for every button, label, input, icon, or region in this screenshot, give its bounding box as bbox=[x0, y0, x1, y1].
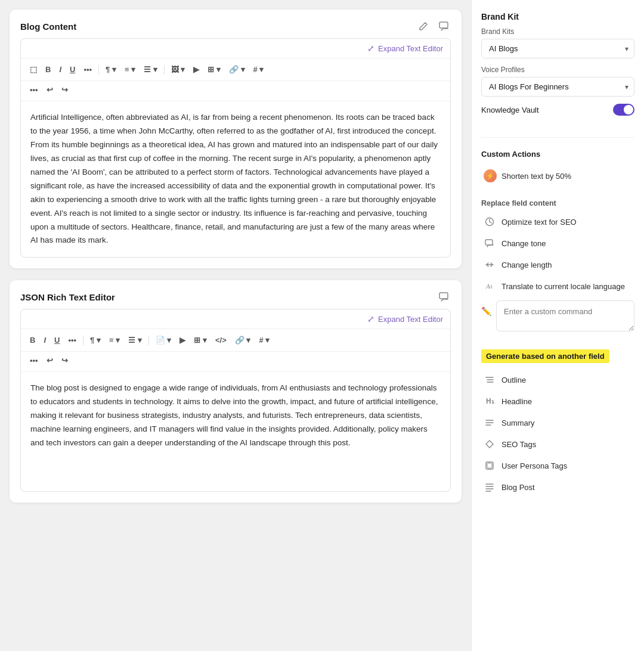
jtb-italic[interactable]: I bbox=[41, 334, 49, 346]
jtb-paragraph[interactable]: ¶ ▾ bbox=[87, 334, 104, 346]
action-outline[interactable]: Outline bbox=[481, 369, 634, 390]
tb-align[interactable]: ≡ ▾ bbox=[122, 63, 138, 76]
replace-field-section: Replace field content Optimize text for … bbox=[481, 197, 634, 335]
change-tone-icon bbox=[484, 237, 496, 249]
tb-table[interactable]: ⊞ ▾ bbox=[205, 63, 224, 76]
knowledge-vault-label: Knowledge Vault bbox=[481, 106, 539, 114]
action-translate[interactable]: A A Translate to current locale language bbox=[481, 275, 634, 297]
tb-italic[interactable]: I bbox=[56, 63, 64, 76]
user-persona-tags-label: User Persona Tags bbox=[501, 461, 567, 470]
tb-undo[interactable]: ↩ bbox=[44, 83, 56, 96]
action-blog-post[interactable]: Blog Post bbox=[481, 476, 634, 498]
generate-field-title: Generate based on another field bbox=[481, 349, 609, 363]
voice-profiles-select[interactable]: AI Blogs For Beginners Professional Casu… bbox=[481, 77, 634, 97]
expand-arrow-icon: ⤢ bbox=[367, 44, 374, 53]
tb-embed[interactable]: ⬚ bbox=[27, 63, 40, 76]
action-change-tone[interactable]: Change tone bbox=[481, 232, 634, 254]
summary-label: Summary bbox=[501, 418, 535, 427]
tb-image[interactable]: 🖼 ▾ bbox=[168, 63, 188, 76]
json-toolbar: B I U ••• ¶ ▾ ≡ ▾ ☰ ▾ 📄 ▾ ▶ ⊞ ▾ </> 🔗 ▾ … bbox=[21, 329, 450, 352]
jtb-hash[interactable]: # ▾ bbox=[256, 334, 273, 346]
blog-card-comment-icon[interactable] bbox=[436, 20, 451, 32]
brand-kits-label: Brand Kits bbox=[481, 27, 634, 36]
blog-toolbar-row2: ••• ↩ ↪ bbox=[21, 81, 450, 101]
knowledge-vault-toggle[interactable] bbox=[613, 104, 634, 116]
jtb-table[interactable]: ⊞ ▾ bbox=[191, 334, 210, 346]
custom-command-input[interactable] bbox=[496, 300, 634, 331]
jtb-bold[interactable]: B bbox=[27, 334, 38, 346]
change-length-label: Change length bbox=[501, 261, 552, 269]
jtb-more[interactable]: ••• bbox=[65, 334, 79, 346]
tb-video[interactable]: ▶ bbox=[190, 63, 202, 76]
blog-card-edit-icon[interactable] bbox=[416, 20, 431, 32]
action-headline[interactable]: H₁ Headline bbox=[481, 390, 634, 412]
knowledge-vault-row: Knowledge Vault bbox=[481, 104, 634, 116]
jtb-link[interactable]: 🔗 ▾ bbox=[232, 334, 254, 346]
brand-kits-wrapper: AI Blogs Tech Blog Marketing ▾ bbox=[481, 39, 634, 58]
brand-kit-title: Brand Kit bbox=[481, 12, 634, 21]
blog-editor-content[interactable]: Artificial Intelligence, often abbreviat… bbox=[21, 101, 450, 257]
jtb-underline[interactable]: U bbox=[51, 334, 63, 346]
blog-editor-inner: ⤢ Expand Text Editor ⬚ B I U ••• ¶ ▾ ≡ ▾… bbox=[20, 38, 451, 258]
translate-icon: A A bbox=[484, 280, 496, 292]
action-optimize-seo[interactable]: Optimize text for SEO bbox=[481, 211, 634, 232]
jtb-align[interactable]: ≡ ▾ bbox=[106, 334, 123, 346]
blog-content-card: Blog Content ⤢ Expan bbox=[10, 10, 462, 268]
json-editor-inner: ⤢ Expand Text Editor B I U ••• ¶ ▾ ≡ ▾ ☰… bbox=[20, 309, 451, 492]
tb-more[interactable]: ••• bbox=[80, 63, 95, 76]
tb-underline[interactable]: U bbox=[67, 63, 78, 76]
action-summary[interactable]: Summary bbox=[481, 412, 634, 433]
action-change-length[interactable]: Change length bbox=[481, 254, 634, 275]
svg-text:H₁: H₁ bbox=[486, 397, 494, 405]
headline-icon: H₁ bbox=[484, 395, 496, 407]
optimize-seo-icon bbox=[484, 216, 496, 228]
blog-card-title: Blog Content bbox=[20, 21, 76, 32]
jtb-redo[interactable]: ↪ bbox=[58, 354, 71, 367]
jtb-list[interactable]: ☰ ▾ bbox=[125, 334, 145, 346]
json-card-header: JSON Rich Text Editor bbox=[20, 291, 451, 303]
generate-field-section: Generate based on another field Outline … bbox=[481, 345, 634, 498]
tb-more2[interactable]: ••• bbox=[27, 83, 41, 96]
json-expand-label: Expand Text Editor bbox=[378, 315, 443, 324]
jtb-video[interactable]: ▶ bbox=[177, 334, 188, 346]
voice-profiles-label: Voice Profiles bbox=[481, 66, 634, 74]
blog-expand-bar: ⤢ Expand Text Editor bbox=[21, 39, 450, 58]
json-editor-content[interactable]: The blog post is designed to engage a wi… bbox=[21, 372, 450, 491]
svg-rect-3 bbox=[485, 240, 493, 245]
json-expand-link[interactable]: ⤢ Expand Text Editor bbox=[367, 314, 443, 324]
outline-icon bbox=[484, 374, 496, 386]
jtb-undo[interactable]: ↩ bbox=[44, 354, 56, 367]
json-card-comment-icon[interactable] bbox=[436, 291, 451, 303]
json-card-title: JSON Rich Text Editor bbox=[20, 292, 115, 302]
optimize-seo-label: Optimize text for SEO bbox=[501, 218, 577, 227]
tb-paragraph[interactable]: ¶ ▾ bbox=[103, 63, 119, 76]
brand-kits-select[interactable]: AI Blogs Tech Blog Marketing bbox=[481, 39, 634, 58]
jtb-sep1 bbox=[83, 336, 83, 345]
jtb-more2[interactable]: ••• bbox=[27, 354, 41, 367]
svg-rect-0 bbox=[439, 22, 448, 28]
action-seo-tags[interactable]: SEO Tags bbox=[481, 433, 634, 455]
shorten-button[interactable]: ⚡ Shorten text by 50% bbox=[481, 165, 634, 187]
change-length-icon bbox=[484, 259, 496, 271]
tb-redo[interactable]: ↪ bbox=[58, 83, 71, 96]
headline-label: Headline bbox=[501, 397, 532, 406]
action-user-persona-tags[interactable]: User Persona Tags bbox=[481, 455, 634, 476]
brand-kit-section: Brand Kit Brand Kits AI Blogs Tech Blog … bbox=[481, 12, 634, 125]
blog-expand-link[interactable]: ⤢ Expand Text Editor bbox=[367, 44, 443, 53]
jtb-code[interactable]: </> bbox=[212, 334, 230, 346]
custom-actions-title: Custom Actions bbox=[481, 150, 634, 159]
json-expand-bar: ⤢ Expand Text Editor bbox=[21, 309, 450, 329]
seo-tags-label: SEO Tags bbox=[501, 440, 536, 449]
replace-field-title: Replace field content bbox=[481, 199, 634, 207]
blog-toolbar: ⬚ B I U ••• ¶ ▾ ≡ ▾ ☰ ▾ 🖼 ▾ ▶ ⊞ ▾ 🔗 ▾ # … bbox=[21, 58, 450, 81]
blog-post-icon bbox=[484, 481, 496, 493]
jtb-doc[interactable]: 📄 ▾ bbox=[153, 334, 175, 346]
tb-link[interactable]: 🔗 ▾ bbox=[226, 63, 248, 76]
tb-list[interactable]: ☰ ▾ bbox=[141, 63, 160, 76]
svg-rect-14 bbox=[487, 463, 492, 468]
voice-profiles-wrapper: AI Blogs For Beginners Professional Casu… bbox=[481, 77, 634, 97]
tb-hash[interactable]: # ▾ bbox=[250, 63, 267, 76]
blog-card-header: Blog Content bbox=[20, 20, 451, 32]
tb-bold[interactable]: B bbox=[42, 63, 54, 76]
json-toolbar-row2: ••• ↩ ↪ bbox=[21, 352, 450, 372]
